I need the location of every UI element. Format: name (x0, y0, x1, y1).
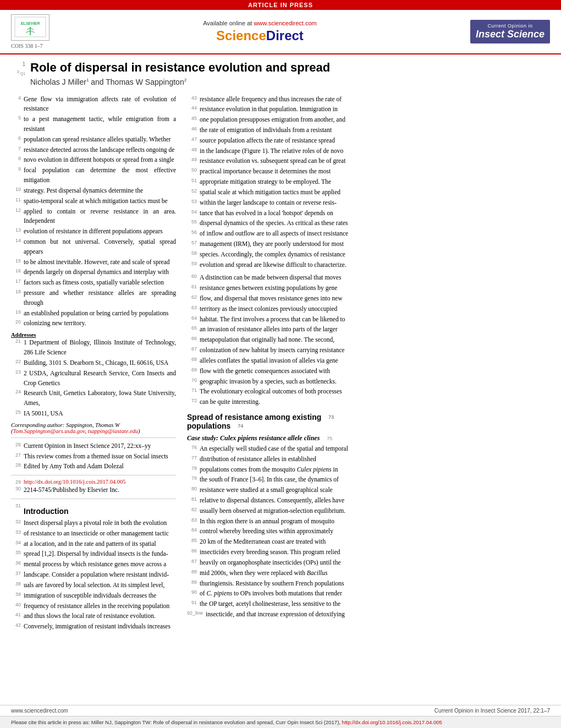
addresses-title: Addresses (11, 332, 176, 338)
intro-line: 37landscape. Consider a population where… (11, 570, 176, 580)
right-line: 55dispersal dynamics of the species. As … (187, 218, 550, 228)
spread-section: Spread of resistance among existing 73 p… (187, 413, 550, 620)
right-line: 57management (IRM), they are poorly unde… (187, 239, 550, 249)
subsection-title-line: Case study: Culex pipiens resistance all… (187, 432, 550, 444)
intro-lines: 32Insect dispersal plays a pivotal role … (11, 518, 176, 632)
journal-info-line: 28Edited by Amy Toth and Adam Dolezal (11, 462, 176, 472)
section-line-num-74: 74 (233, 423, 243, 429)
subsection-line: 76An especially well studied case of the… (187, 444, 550, 454)
available-online-text: Available online at www.sciencedirect.co… (203, 20, 316, 26)
intro-title-line: 31 Introduction (11, 502, 176, 518)
abstract-line: 7resistance detected across the landscap… (11, 145, 176, 155)
right-line: 67colonization of new habitat by insects… (187, 346, 550, 355)
subsection-line: 8520 km of the Mediterranean coast are t… (187, 537, 550, 547)
subsection-line: 89thuringiensis. Resistance by southern … (187, 579, 550, 589)
right-line: 70geographic invasion by a species, such… (187, 377, 550, 387)
intro-line: 33of resistance to an insecticide or oth… (11, 529, 176, 539)
subsection-line: 90of C. pipiens to OPs involves both mut… (187, 589, 550, 599)
subsection-line: 80resistance were studied at a small geo… (187, 485, 550, 495)
intro-line: 42Conversely, immigration of resistant i… (11, 622, 176, 632)
right-line: 47source population affects the rate of … (187, 136, 550, 146)
right-line: 59evolution and spread are likewise diff… (187, 260, 550, 270)
divider1 (11, 437, 176, 438)
issn-line-num: 30 (11, 485, 21, 495)
right-para2: 60A distinction can be made between disp… (187, 273, 550, 407)
page-footer: www.sciencedirect.com Current Opinion in… (0, 705, 561, 716)
divider2 (11, 475, 176, 475)
citation-notice: Please cite this article in press as: Mi… (0, 716, 561, 728)
subsection-line: 78populations comes from the mosquito Cu… (187, 465, 550, 475)
line-num-1: 1 (14, 60, 25, 69)
subsection-line: 79the south of France [3–6]. In this cas… (187, 475, 550, 485)
doi-line-num: 29 (11, 479, 21, 485)
abstract-line: 17factors such as fitness costs, spatial… (11, 278, 176, 288)
subsection-line-num: 75 (322, 435, 332, 441)
header-left: ELSEVIER COIS 338 1–7 (11, 14, 50, 49)
section-title-text: Spread of resistance among existing (187, 413, 321, 422)
subsection-line: 84control whereby breeding sites within … (187, 527, 550, 537)
author2-sup: 2 (184, 78, 186, 83)
address-line: 25IA 50011, USA (11, 409, 176, 419)
main-content: 4Gene flow via immigration affects rate … (0, 89, 561, 705)
address-line: 232 USDA, Agricultural Research Service,… (11, 369, 176, 388)
subsection-title: Case study: Culex pipiens resistance all… (187, 434, 320, 442)
page: ARTICLE IN PRESS ELSEVIER COIS 338 1–7 (0, 0, 561, 728)
abstract-line: 16depends largely on dispersal dynamics … (11, 267, 176, 277)
abstract-line: 11spatio-temporal scale at which mitigat… (11, 196, 176, 206)
subsection-line: 91the OP target, acetyl cholinesterase, … (187, 599, 550, 609)
right-line: 51appropriate mitigation strategy to be … (187, 177, 550, 187)
subsection-line: 88mid 2000s, when they were replaced wit… (187, 568, 550, 578)
line-q1: Q1 (20, 72, 25, 75)
sciencedirect-url[interactable]: www.sciencedirect.com (254, 20, 316, 26)
intro-line: 32Insect dispersal plays a pivotal role … (11, 518, 176, 528)
right-line: 46the rate of emigration of individuals … (187, 125, 550, 135)
intro-line: 34at a location, and in the rate and pat… (11, 539, 176, 549)
right-line: 49resistance evolution vs. subsequent sp… (187, 156, 550, 166)
elsevier-logo-svg: ELSEVIER (14, 16, 47, 38)
right-line: 50practical importance because it determ… (187, 167, 550, 177)
doi-url[interactable]: http://dx.doi.org/10.1016/j.cois.2017.04… (24, 479, 126, 485)
right-column: 43resistance allele frequency and thus i… (187, 95, 550, 699)
title-line-nums: 1 3 Q1 (11, 60, 28, 76)
article-title-section: 1 3 Q1 Role of dispersal in resistance e… (0, 54, 561, 89)
abstract-line: 10strategy. Pest dispersal dynamics dete… (11, 186, 176, 196)
footer-left: www.sciencedirect.com (11, 708, 68, 714)
right-line: 52spatial scale at which mitigation tact… (187, 188, 550, 198)
right-line: 61resistance genes between existing popu… (187, 283, 550, 293)
abstract-line: 18pressure and whether resistance allele… (11, 288, 176, 308)
right-line: 53within the larger landscape to contain… (187, 198, 550, 208)
article-authors: Nicholas J Miller1 and Thomas W Sappingt… (30, 78, 330, 86)
right-line: 71The evolutionary ecological outcomes o… (187, 387, 550, 397)
current-opinion-label: Current Opinion in (476, 23, 544, 29)
right-line: 48in the landscape (Figure 1). The relat… (187, 146, 550, 156)
abstract-line: 8novo evolution in different hotspots or… (11, 155, 176, 165)
email1-link[interactable]: Tom.Sappington@ars.usda.gov (13, 428, 85, 434)
abstract-block: 4Gene flow via immigration affects rate … (11, 95, 176, 329)
corresponding-block: Corresponding author: Sappington, Thomas… (11, 422, 176, 434)
doi-line: 29 http://dx.doi.org/10.1016/j.cois.2017… (11, 479, 176, 485)
title-line: 1 3 Q1 Role of dispersal in resistance e… (11, 60, 550, 86)
author2-name: Thomas W Sappington (106, 78, 184, 86)
right-line: 69flow with the genetic consequences ass… (187, 366, 550, 376)
elsevier-box: ELSEVIER (11, 14, 50, 41)
address-line: 24Research Unit, Genetics Laboratory, Io… (11, 388, 176, 408)
right-line: 66metapopulation that originally had non… (187, 335, 550, 345)
abstract-line: 19an established population or being car… (11, 309, 176, 319)
intro-line: 40frequency of resistance alleles in the… (11, 601, 176, 611)
citation-doi-link[interactable]: http://dx.doi.org/10.1016/j.cois.2017.04… (342, 719, 442, 725)
right-subsection: 76An especially well studied case of the… (187, 444, 550, 620)
right-line: 43resistance allele frequency and thus i… (187, 95, 550, 105)
right-line: 56of inflow and outflow are to all aspec… (187, 229, 550, 239)
right-line: 64habitat. The first involves a process … (187, 315, 550, 325)
left-column: 4Gene flow via immigration affects rate … (11, 95, 176, 699)
divider3 (11, 499, 176, 499)
footer-right: Current Opinion in Insect Science 2017, … (435, 708, 550, 714)
subsection-line: 92_lineinsecticide, and that increase ex… (187, 610, 550, 620)
journal-name: Insect Science (476, 29, 544, 40)
abstract-line: 5to a pest management tactic, while emig… (11, 114, 176, 134)
banner-text: ARTICLE IN PRESS (248, 2, 313, 8)
abstract-line: 12applied to contain or reverse resistan… (11, 207, 176, 227)
intro-line: 36mental process by which resistance gen… (11, 560, 176, 570)
right-line: 60A distinction can be made between disp… (187, 273, 550, 283)
email2-link[interactable]: tsapping@iastate.edu (87, 428, 138, 434)
